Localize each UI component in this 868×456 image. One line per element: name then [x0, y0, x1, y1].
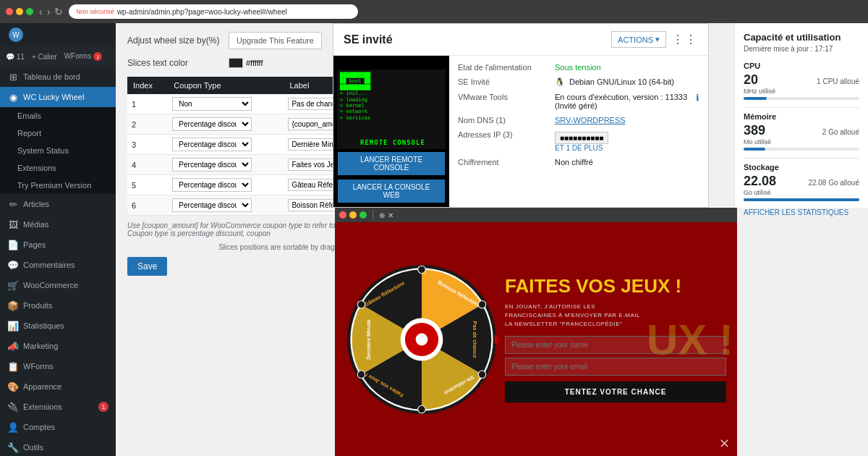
sidebar-item-products[interactable]: 📦 Produits	[0, 295, 116, 316]
upgrade-btn[interactable]: Upgrade This Feature	[229, 32, 322, 49]
maximize-window-btn[interactable]	[26, 8, 33, 15]
sidebar-item-woocommerce[interactable]: 🛒 WooCommerce	[0, 275, 116, 295]
url-bar[interactable]: Non sécurisé wp-admin/admin.php?page=woo…	[69, 4, 358, 19]
sidebar-item-extensions[interactable]: 🔌 Extensions 1	[0, 397, 116, 417]
reload-icon[interactable]: ↻	[54, 6, 63, 17]
ip-row: Adresses IP (3) ■■■■■■■■■■ ET 1 DE PLUS	[458, 130, 699, 152]
sidebar-item-wc-lucky-wheel[interactable]: ◉ WC Lucky Wheel	[0, 87, 116, 107]
close-window-btn[interactable]	[6, 8, 13, 15]
sidebar-item-stats[interactable]: 📊 Statistiques	[0, 316, 116, 336]
sidebar-item-dashboard[interactable]: ⊞ Tableau de bord	[0, 67, 116, 87]
storage-alloc: 22.08 Go alloué	[808, 179, 859, 187]
vmware-tools-label: VMware Tools	[458, 93, 552, 101]
coupon-type-select[interactable]: Non Non Percentage discount Fixed cart d…	[172, 97, 252, 111]
vmware-tools-value: En cours d'exécution, version : 11333 (I…	[555, 93, 691, 110]
wheel-submit-btn[interactable]: TENTEZ VOTRE CHANCE	[505, 381, 726, 402]
wheel-close-btn[interactable]: ✕	[719, 436, 730, 452]
sidebar-item-comments[interactable]: 💬 Commentaires	[0, 255, 116, 275]
sidebar-item-marketing[interactable]: 📣 Marketing	[0, 336, 116, 356]
storage-bar	[744, 198, 859, 201]
sidebar-item-medias[interactable]: 🖼 Médias	[0, 214, 116, 235]
ip-label: Adresses IP (3)	[458, 130, 552, 139]
coupon-type-select[interactable]: Percentage discount Non Percentage disco…	[172, 178, 252, 192]
et-plus-link[interactable]: ET 1 DE PLUS	[555, 144, 608, 152]
toolbar-icon-1[interactable]: ⊕	[379, 211, 385, 219]
cell-coupon-type[interactable]: Percentage discount Non Percentage disco…	[168, 155, 284, 175]
cell-coupon-type[interactable]: Non Non Percentage discount Fixed cart d…	[168, 94, 284, 114]
sidebar-wforms-label: WForms	[23, 362, 54, 371]
chiffrement-value: Non chiffré	[555, 158, 593, 166]
dns-value[interactable]: SRV-WORDPRESS	[555, 116, 626, 124]
coupon-type-select[interactable]: Percentage discount Non Percentage disco…	[172, 158, 252, 172]
coupon-type-select[interactable]: Percentage discount Non Percentage disco…	[172, 138, 252, 151]
coupon-type-select[interactable]: Percentage discount Non Percentage disco…	[172, 117, 252, 131]
stats-link[interactable]: AFFICHER LES STATISTIQUES	[744, 208, 859, 216]
extensions-icon: 🔌	[7, 401, 19, 413]
wp-admin-bar: 💬 11 + Calier WForms 1	[0, 46, 116, 67]
sidebar-item-system-status[interactable]: System Status	[0, 142, 116, 159]
vmware-panel: SE invité ACTIONS ▾ ⋮⋮ ██████████ ██ boo…	[333, 23, 709, 208]
cell-coupon-type[interactable]: Percentage discount Non Percentage disco…	[168, 195, 284, 216]
sidebar-tools-label: Outils	[23, 443, 43, 452]
cell-coupon-type[interactable]: Percentage discount Non Percentage disco…	[168, 175, 284, 195]
toolbar-minimize-btn[interactable]	[349, 211, 357, 219]
save-button[interactable]: Save	[127, 257, 167, 276]
storage-used: 22.08	[744, 174, 776, 189]
vmware-actions-btn[interactable]: ACTIONS ▾	[611, 31, 666, 48]
col-index: Index	[127, 77, 168, 94]
col-coupon-type: Coupon Type	[168, 77, 284, 94]
sidebar-item-articles[interactable]: ✏ Articles	[0, 194, 116, 214]
woocommerce-icon: 🛒	[7, 279, 19, 291]
url-text: wp-admin/admin.php?page=woo-lucky-wheel#…	[117, 8, 287, 16]
cell-coupon-type[interactable]: Percentage discount Non Percentage disco…	[168, 114, 284, 135]
minimize-window-btn[interactable]	[16, 8, 23, 15]
back-icon[interactable]: ‹	[39, 6, 43, 17]
admin-bar-new[interactable]: + Calier	[32, 53, 57, 61]
vmware-details: Etat de l'alimentation Sous tension SE I…	[449, 56, 708, 207]
wheel-email-input[interactable]	[505, 358, 726, 376]
cell-coupon-type[interactable]: Percentage discount Non Percentage disco…	[168, 135, 284, 155]
capacity-updated: Dernière mise à jour : 17:17	[744, 45, 859, 53]
memory-section: Mémoire 389 2 Go alloué Mo utilisé	[744, 112, 859, 151]
sidebar-pages-label: Pages	[23, 240, 46, 249]
sidebar-item-try-premium[interactable]: Try Premium Version	[0, 177, 116, 194]
forward-icon[interactable]: ›	[47, 6, 51, 17]
sidebar-item-report[interactable]: Report	[0, 124, 116, 142]
sidebar-item-wforms[interactable]: 📋 WForms	[0, 356, 116, 376]
toolbar-icon-2[interactable]: ✕	[388, 211, 393, 219]
toolbar-expand-btn[interactable]	[359, 211, 367, 219]
memory-used: 389	[744, 123, 765, 138]
coupon-type-select[interactable]: Percentage discount Non Percentage disco…	[172, 198, 252, 212]
admin-bar-comments[interactable]: 💬 11	[6, 53, 25, 61]
wp-logo-icon: W	[9, 28, 23, 42]
admin-bar-wforms[interactable]: WForms 1	[64, 52, 103, 62]
vmware-header: SE invité ACTIONS ▾ ⋮⋮	[333, 24, 708, 56]
web-console-btn[interactable]: LANCER LA CONSOLE WEB	[338, 180, 445, 203]
cell-index: 2	[127, 114, 168, 135]
vmware-tools-row: VMware Tools En cours d'exécution, versi…	[458, 93, 699, 110]
color-swatch[interactable]: #ffffff	[229, 58, 263, 68]
toolbar-close-btn[interactable]	[339, 211, 346, 219]
wheel-container: Boisson Réfectoire Pas de chance 5% rédu…	[346, 263, 498, 415]
sidebar-report-label: Report	[17, 129, 41, 138]
wheel-name-input[interactable]	[505, 336, 726, 354]
media-icon: 🖼	[7, 219, 19, 230]
center-dot	[416, 333, 428, 345]
sidebar-item-accounts[interactable]: 👤 Comptes	[0, 417, 116, 437]
sidebar-item-tools[interactable]: 🔧 Outils	[0, 437, 116, 456]
sidebar-item-emails[interactable]: Emails	[0, 107, 116, 124]
memory-unit: Mo utilisé	[744, 138, 859, 145]
slice-5-label: Dernière Minute	[365, 319, 372, 359]
wp-logo[interactable]: W	[0, 23, 116, 46]
sidebar-item-pages[interactable]: 📄 Pages	[0, 235, 116, 255]
chevron-down-icon: ▾	[655, 35, 660, 44]
cell-index: 4	[127, 155, 168, 175]
vmware-more-options[interactable]: ⋮⋮	[672, 33, 698, 46]
sidebar-item-extensions-sub[interactable]: Extensions	[0, 159, 116, 177]
cpu-label: CPU	[744, 62, 859, 70]
power-value: Sous tension	[555, 63, 601, 72]
sidebar-item-appearance[interactable]: 🎨 Apparence	[0, 376, 116, 397]
remote-console-btn[interactable]: LANCER REMOTE CONSOLE	[338, 152, 445, 175]
os-row: SE Invité 🐧 Debian GNU/Linux 10 (64-bit)	[458, 77, 699, 87]
info-icon[interactable]: ℹ	[696, 93, 699, 103]
